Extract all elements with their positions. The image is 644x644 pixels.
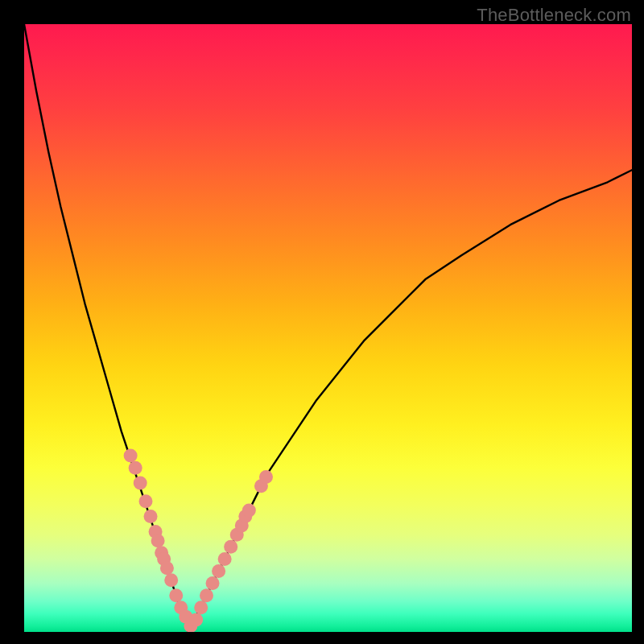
data-point	[189, 613, 203, 626]
plot-area	[24, 24, 632, 632]
chart-frame: TheBottleneck.com	[0, 0, 644, 644]
data-point	[160, 561, 174, 575]
data-point	[169, 588, 183, 602]
data-point	[224, 540, 237, 554]
data-point	[124, 449, 138, 463]
data-point	[200, 588, 213, 602]
data-point	[259, 470, 273, 484]
data-point	[218, 552, 232, 566]
watermark-text: TheBottleneck.com	[477, 5, 631, 26]
curve-right-branch	[188, 170, 632, 632]
data-point	[194, 601, 208, 614]
data-point	[242, 504, 256, 518]
data-point	[151, 534, 165, 547]
chart-svg	[24, 24, 632, 632]
data-point	[144, 510, 158, 523]
data-point	[129, 461, 142, 475]
data-point	[164, 573, 178, 587]
data-point	[206, 576, 220, 590]
data-point	[139, 494, 153, 508]
data-point	[212, 564, 225, 578]
data-point	[134, 477, 147, 490]
